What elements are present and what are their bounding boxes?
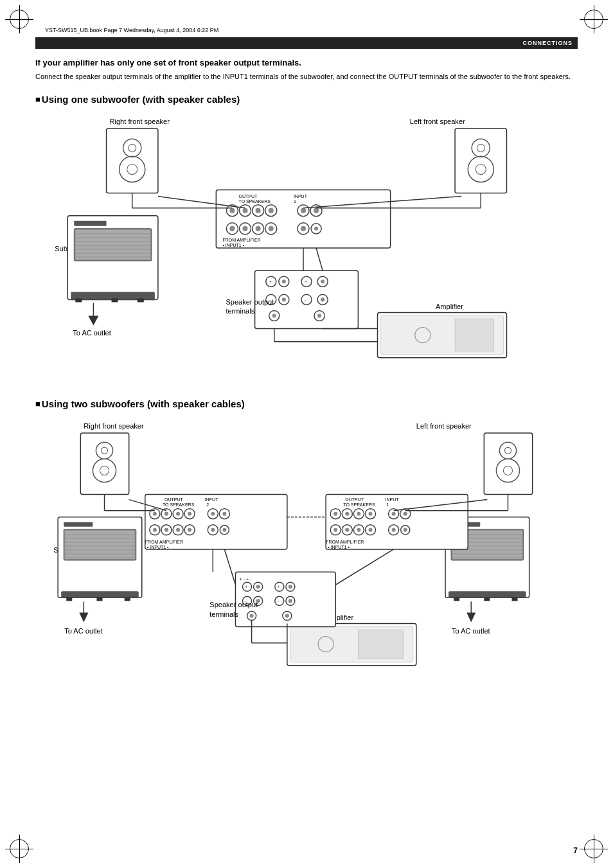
svg-text:+: + bbox=[305, 279, 307, 284]
svg-rect-127 bbox=[66, 597, 72, 601]
svg-rect-25 bbox=[75, 298, 82, 302]
svg-text:TO SPEAKERS: TO SPEAKERS bbox=[163, 502, 195, 506]
svg-marker-29 bbox=[88, 315, 98, 325]
svg-text:1: 1 bbox=[294, 199, 296, 203]
svg-text:INPUT: INPUT bbox=[386, 497, 400, 501]
svg-text:2: 2 bbox=[206, 502, 209, 506]
svg-text:Right front speaker: Right front speaker bbox=[84, 422, 144, 430]
svg-point-42 bbox=[243, 208, 248, 213]
svg-rect-26 bbox=[112, 298, 118, 302]
svg-text:TO SPEAKERS: TO SPEAKERS bbox=[239, 199, 271, 203]
svg-point-239 bbox=[285, 614, 289, 617]
svg-text:TO SPEAKERS: TO SPEAKERS bbox=[343, 502, 375, 506]
diagram1-svg: Right front speaker Left front speaker S… bbox=[35, 112, 578, 384]
svg-text:To AC outlet: To AC outlet bbox=[64, 626, 103, 634]
svg-point-58 bbox=[256, 226, 261, 231]
svg-point-175 bbox=[188, 527, 191, 531]
diagram2-heading: Using two subwoofers (with speaker cable… bbox=[35, 398, 578, 409]
svg-point-80 bbox=[301, 294, 312, 305]
svg-text:INPUT: INPUT bbox=[204, 497, 218, 501]
svg-text:+: + bbox=[269, 279, 272, 284]
svg-text:INPUT: INPUT bbox=[294, 193, 308, 198]
svg-rect-146 bbox=[484, 597, 490, 601]
svg-text:terminals: terminals bbox=[226, 307, 254, 315]
corner-mark-tl bbox=[10, 10, 29, 29]
svg-text:Left front speaker: Left front speaker bbox=[416, 422, 472, 430]
svg-line-250 bbox=[224, 549, 235, 584]
svg-text:FROM AMPLIFIER: FROM AMPLIFIER bbox=[145, 539, 183, 544]
svg-point-50 bbox=[301, 208, 306, 213]
svg-rect-145 bbox=[454, 597, 459, 601]
svg-point-71 bbox=[282, 279, 286, 283]
svg-text:Speaker output: Speaker output bbox=[226, 298, 274, 306]
svg-rect-2 bbox=[107, 128, 158, 193]
svg-marker-131 bbox=[79, 612, 88, 622]
svg-point-66 bbox=[314, 226, 318, 230]
svg-rect-35 bbox=[455, 319, 493, 351]
diagram1-container: Right front speaker Left front speaker S… bbox=[35, 112, 578, 385]
svg-text:OUTPUT: OUTPUT bbox=[345, 497, 364, 501]
svg-text:+: + bbox=[278, 585, 280, 589]
file-info: YST-SW515_UB.book Page 7 Wednesday, Augu… bbox=[45, 27, 218, 33]
main-content: If your amplifier has only one set of fr… bbox=[35, 58, 578, 833]
svg-point-52 bbox=[314, 208, 319, 213]
svg-point-227 bbox=[289, 585, 292, 589]
svg-point-46 bbox=[269, 208, 274, 213]
svg-point-204 bbox=[357, 527, 360, 531]
svg-point-159 bbox=[176, 511, 180, 515]
svg-text:FROM AMPLIFIER: FROM AMPLIFIER bbox=[222, 237, 260, 242]
svg-text:To AC outlet: To AC outlet bbox=[73, 328, 111, 336]
svg-rect-128 bbox=[96, 597, 102, 601]
svg-point-64 bbox=[301, 226, 306, 231]
svg-point-190 bbox=[357, 511, 360, 515]
svg-text:FROM AMPLIFIER: FROM AMPLIFIER bbox=[326, 539, 364, 544]
svg-point-196 bbox=[392, 511, 396, 515]
svg-rect-16 bbox=[75, 229, 150, 259]
svg-point-232 bbox=[275, 596, 284, 605]
svg-point-200 bbox=[333, 527, 337, 531]
svg-text:OUTPUT: OUTPUT bbox=[164, 497, 184, 501]
svg-point-56 bbox=[243, 226, 248, 231]
svg-point-173 bbox=[176, 527, 180, 531]
svg-text:OUTPUT: OUTPUT bbox=[239, 193, 258, 198]
svg-point-157 bbox=[164, 511, 168, 515]
svg-point-44 bbox=[256, 208, 261, 213]
svg-rect-27 bbox=[138, 298, 144, 302]
svg-point-60 bbox=[269, 226, 274, 231]
header-label: CONNECTIONS bbox=[522, 40, 573, 46]
svg-point-40 bbox=[229, 208, 235, 213]
svg-text:1: 1 bbox=[387, 502, 389, 506]
svg-rect-217 bbox=[358, 630, 403, 659]
svg-text:To AC outlet: To AC outlet bbox=[452, 626, 490, 634]
svg-text:• INPUT1 •: • INPUT1 • bbox=[147, 544, 169, 549]
corner-mark-bl bbox=[10, 839, 29, 858]
svg-point-202 bbox=[345, 527, 349, 531]
svg-rect-7 bbox=[455, 128, 506, 193]
svg-text:Amplifier: Amplifier bbox=[436, 303, 463, 310]
svg-text:• INPUT1 •: • INPUT1 • bbox=[328, 544, 350, 549]
svg-marker-149 bbox=[466, 612, 475, 622]
svg-point-212 bbox=[404, 527, 407, 531]
svg-rect-14 bbox=[74, 220, 106, 226]
svg-point-235 bbox=[289, 599, 292, 603]
svg-text:• INPUT1 •: • INPUT1 • bbox=[222, 242, 244, 247]
svg-point-165 bbox=[211, 511, 215, 515]
svg-text:terminals: terminals bbox=[209, 610, 238, 618]
page-number: 7 bbox=[573, 846, 578, 855]
svg-text:Left front speaker: Left front speaker bbox=[410, 118, 465, 125]
svg-point-192 bbox=[368, 511, 372, 515]
svg-point-169 bbox=[153, 527, 157, 531]
svg-rect-126 bbox=[61, 591, 139, 598]
section-title: If your amplifier has only one set of fr… bbox=[35, 58, 578, 67]
corner-mark-tr bbox=[584, 10, 603, 29]
svg-line-97 bbox=[316, 248, 323, 270]
svg-rect-116 bbox=[64, 522, 93, 526]
corner-mark-br bbox=[584, 839, 603, 858]
svg-point-210 bbox=[392, 527, 396, 531]
svg-rect-118 bbox=[65, 530, 135, 558]
svg-text:+  -   +  -: + - + - bbox=[240, 577, 252, 581]
svg-point-167 bbox=[222, 511, 226, 515]
svg-text:Right front speaker: Right front speaker bbox=[110, 118, 170, 125]
svg-point-181 bbox=[222, 527, 226, 531]
svg-rect-144 bbox=[449, 591, 526, 598]
